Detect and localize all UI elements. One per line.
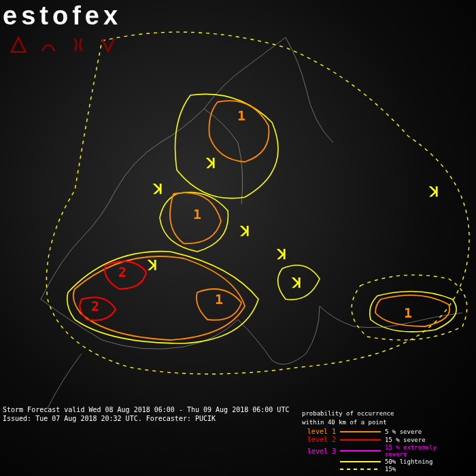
k-marker: ꓘ xyxy=(292,275,301,291)
risk-level-1-label: 1 xyxy=(237,107,245,124)
k-marker: ꓘ xyxy=(430,184,439,200)
risk-level-1-label: 1 xyxy=(215,291,223,307)
map-background xyxy=(0,0,476,476)
hazard-symbol-row xyxy=(0,32,126,58)
caption-validity: Storm Forecast valid Wed 08 Aug 2018 06:… xyxy=(3,405,289,414)
wind-icon xyxy=(38,35,58,55)
k-marker: ꓘ xyxy=(154,181,163,197)
legend-row-level2: level 2 15 % severe xyxy=(302,436,460,443)
k-marker: ꓘ xyxy=(207,155,216,171)
caption-issued: Issued: Tue 07 Aug 2018 20:32 UTC. Forec… xyxy=(3,414,289,423)
rain-icon xyxy=(98,35,118,55)
legend-swatch xyxy=(340,439,381,441)
legend: probability of occurrence within 40 km o… xyxy=(302,410,460,473)
legend-swatch xyxy=(340,461,381,462)
hail-icon xyxy=(68,35,88,55)
legend-title-1: probability of occurrence xyxy=(302,410,460,417)
k-marker: ꓘ xyxy=(241,223,250,239)
legend-swatch xyxy=(340,450,381,452)
legend-row-level1: level 1 5 % severe xyxy=(302,428,460,435)
risk-level-1-label: 1 xyxy=(404,305,412,321)
risk-level-2-label: 2 xyxy=(118,264,126,280)
brand-logo: estofex xyxy=(0,0,126,32)
forecast-caption: Storm Forecast valid Wed 08 Aug 2018 06:… xyxy=(3,405,289,423)
legend-swatch-dashed xyxy=(340,469,381,470)
k-marker: ꓘ xyxy=(277,246,286,262)
tornado-icon xyxy=(8,35,29,55)
legend-row-lightning50: 50% lightning xyxy=(302,458,460,465)
k-marker: ꓘ xyxy=(148,257,157,273)
legend-row-lightning15: 15% xyxy=(302,466,460,473)
legend-swatch xyxy=(340,431,381,432)
header: estofex xyxy=(0,0,126,58)
legend-row-level3: level 3 15 % extremely severe xyxy=(302,444,460,458)
risk-level-1-label: 1 xyxy=(193,206,201,222)
risk-level-2-label: 2 xyxy=(91,298,99,314)
legend-title-2: within 40 km of a point xyxy=(302,419,460,426)
